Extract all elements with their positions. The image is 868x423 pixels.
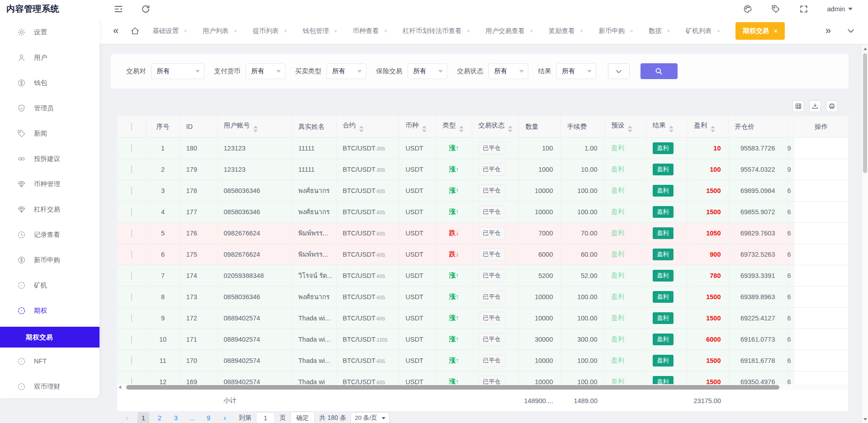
sort-caret-icon[interactable]	[628, 126, 632, 132]
column-header-status[interactable]: 交易状态	[472, 116, 519, 137]
palette-icon[interactable]	[743, 5, 752, 14]
row-checkbox[interactable]	[131, 144, 132, 152]
column-header-type[interactable]: 类型	[436, 116, 472, 137]
sidebar-item-options[interactable]: 期权	[0, 301, 100, 320]
sidebar-item-wallet[interactable]: 钱包	[0, 74, 100, 92]
tab-close-icon[interactable]: ×	[284, 28, 287, 34]
column-header-profit[interactable]: 盈利	[688, 116, 728, 137]
hscroll-thumb[interactable]	[126, 385, 779, 390]
collapse-filter-button[interactable]	[608, 63, 630, 79]
page-button-9[interactable]: 9	[203, 412, 214, 423]
filter-select-result[interactable]: 所有	[556, 63, 596, 79]
sidebar-item-nft[interactable]: NFT	[0, 352, 100, 370]
row-checkbox[interactable]	[131, 293, 132, 301]
user-menu[interactable]: admin	[827, 5, 853, 13]
filter-select-pair[interactable]: 所有	[151, 63, 204, 79]
tabs-scroll-left-icon[interactable]: «	[113, 26, 119, 36]
tab-data[interactable]: 数据×	[649, 27, 670, 35]
sort-caret-icon[interactable]	[422, 126, 427, 132]
tab-close-icon[interactable]: ×	[334, 28, 337, 34]
tabs-scroll-right-icon[interactable]: »	[825, 26, 831, 36]
tab-close-icon[interactable]: ×	[717, 28, 721, 34]
horizontal-scrollbar[interactable]	[117, 384, 848, 390]
tab-new-coin-subscribe[interactable]: 新币申购×	[599, 27, 634, 35]
column-header-account[interactable]: 用户账号	[217, 116, 292, 137]
sidebar-item-coin-manage[interactable]: 币种管理	[0, 175, 100, 193]
sidebar-item-news[interactable]: 新闻	[0, 124, 100, 142]
sidebar-item-users[interactable]: 用户	[0, 48, 100, 66]
row-checkbox[interactable]	[131, 378, 132, 385]
tab-leverage-transfer-view[interactable]: 杠杆币划转法币查看×	[403, 27, 470, 35]
row-checkbox[interactable]	[131, 187, 132, 195]
row-checkbox[interactable]	[131, 165, 132, 174]
sort-caret-icon[interactable]	[459, 126, 464, 132]
filter-select-currency[interactable]: 所有	[246, 63, 285, 79]
page-button-1[interactable]: 1	[138, 412, 149, 423]
sidebar-item-leverage-trade[interactable]: 杠杆交易	[0, 200, 100, 218]
tab-user-trade-view[interactable]: 用户交易查看×	[485, 27, 533, 35]
column-header-result[interactable]: 结果	[646, 116, 688, 137]
filter-select-status[interactable]: 所有	[489, 63, 528, 79]
vscroll-thumb[interactable]	[863, 53, 867, 173]
sort-caret-icon[interactable]	[359, 126, 364, 132]
sidebar-item-dual-finance[interactable]: 双币理财	[0, 377, 100, 395]
page-size-select[interactable]: 20 条/页	[351, 412, 389, 423]
tab-close-icon[interactable]: ×	[580, 28, 583, 34]
filter-select-side[interactable]: 所有	[327, 63, 366, 79]
sidebar-item-settings[interactable]: 设置	[0, 23, 100, 41]
columns-button[interactable]	[792, 100, 804, 112]
tab-close-icon[interactable]: ×	[530, 28, 533, 34]
tab-close-icon[interactable]: ×	[630, 28, 634, 34]
home-icon[interactable]	[130, 26, 140, 36]
column-header-contract[interactable]: 合约	[336, 116, 399, 137]
column-header-currency[interactable]: 币种	[399, 116, 436, 137]
row-checkbox[interactable]	[131, 229, 132, 237]
menu-collapse-icon[interactable]	[114, 5, 123, 14]
tab-wallet-manage[interactable]: 钱包管理×	[303, 27, 337, 35]
tab-withdraw-list[interactable]: 提币列表×	[252, 27, 287, 35]
page-button-3[interactable]: 3	[170, 412, 182, 423]
tab-user-list[interactable]: 用户列表×	[203, 27, 237, 35]
row-checkbox[interactable]	[131, 357, 132, 365]
sort-caret-icon[interactable]	[711, 126, 715, 132]
tab-close-icon[interactable]: ×	[234, 28, 237, 34]
vscroll-up-arrow-icon[interactable]	[863, 47, 867, 50]
sort-caret-icon[interactable]	[508, 126, 512, 132]
page-button-2[interactable]: 2	[154, 412, 166, 423]
sidebar-item-feedback[interactable]: 投拆建议	[0, 150, 100, 168]
tabs-dropdown-icon[interactable]	[846, 26, 855, 35]
tab-coin-view[interactable]: 币种查看×	[353, 27, 388, 35]
hscroll-left-arrow-icon[interactable]	[119, 385, 121, 389]
tab-options-trade[interactable]: 期权交易×	[735, 22, 785, 40]
filter-select-insurance[interactable]: 所有	[408, 63, 447, 79]
tab-reward-view[interactable]: 奖励查看×	[549, 27, 583, 35]
tab-close-icon[interactable]: ×	[467, 28, 470, 34]
row-checkbox[interactable]	[131, 335, 132, 343]
row-checkbox[interactable]	[131, 314, 132, 322]
vertical-scrollbar[interactable]	[862, 45, 868, 423]
vscroll-down-arrow-icon[interactable]	[863, 418, 867, 421]
tab-close-icon[interactable]: ×	[384, 28, 388, 34]
sidebar-item-records[interactable]: 记录查看	[0, 226, 100, 244]
select-all-checkbox[interactable]	[131, 122, 132, 131]
search-button[interactable]	[640, 63, 678, 79]
sidebar-item-admins[interactable]: 管理员	[0, 99, 100, 117]
sidebar-subitem-options-trade[interactable]: 期权交易	[0, 327, 100, 348]
row-checkbox[interactable]	[131, 272, 132, 280]
fullscreen-icon[interactable]	[799, 5, 808, 14]
refresh-icon[interactable]	[141, 5, 150, 14]
row-checkbox[interactable]	[131, 250, 132, 258]
confirm-jump-button[interactable]: 确定	[290, 412, 315, 423]
jump-page-input[interactable]	[256, 412, 275, 423]
tab-miner-list[interactable]: 矿机列表×	[686, 27, 721, 35]
export-button[interactable]	[809, 100, 821, 112]
column-header-preset[interactable]: 预设	[605, 116, 646, 137]
tag-icon[interactable]	[771, 5, 780, 14]
sidebar-item-new-coin[interactable]: 新币申购	[0, 251, 100, 269]
sort-caret-icon[interactable]	[669, 126, 674, 132]
next-page-button[interactable]: ›	[219, 412, 231, 423]
sort-caret-icon[interactable]	[253, 126, 258, 132]
print-button[interactable]	[826, 100, 838, 112]
prev-page-button[interactable]: ‹	[121, 412, 133, 423]
sidebar-item-miner[interactable]: 矿机	[0, 276, 100, 294]
